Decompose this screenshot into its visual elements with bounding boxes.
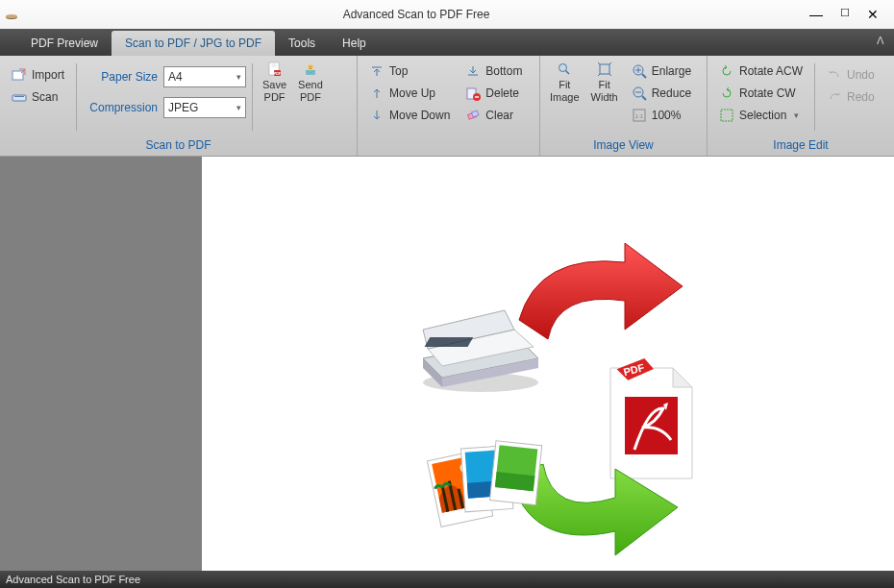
compression-value: JPEG <box>168 101 198 114</box>
move-up-icon <box>369 86 385 101</box>
rotate-cw-icon <box>719 86 734 101</box>
delete-label: Delete <box>485 86 519 100</box>
svg-rect-4 <box>14 96 24 97</box>
import-button[interactable]: Import <box>6 65 70 85</box>
paper-size-label: Paper Size <box>83 70 158 84</box>
enlarge-button[interactable]: Enlarge <box>626 61 697 81</box>
compression-select[interactable]: JPEG ▾ <box>163 97 246 118</box>
rotate-cw-button[interactable]: Rotate CW <box>713 84 808 103</box>
scan-label: Scan <box>32 90 58 104</box>
send-pdf-icon <box>303 61 318 77</box>
window-title: Advanced Scan to PDF Free <box>23 8 809 21</box>
svg-point-8 <box>308 64 313 70</box>
svg-text:1:1: 1:1 <box>635 113 644 119</box>
clear-icon <box>465 108 481 123</box>
send-pdf-button[interactable]: Send PDF <box>294 60 327 106</box>
undo-icon <box>827 67 842 83</box>
rotate-cw-label: Rotate CW <box>739 86 796 100</box>
move-up-button[interactable]: Move Up <box>363 84 456 103</box>
paper-size-select[interactable]: A4 ▾ <box>163 66 246 87</box>
delete-button[interactable]: Delete <box>459 84 528 103</box>
group-scan-label: Scan to PDF <box>6 138 351 154</box>
dropdown-icon: ▾ <box>236 103 241 112</box>
save-pdf-icon: PDF <box>267 61 283 77</box>
import-label: Import <box>32 68 64 82</box>
reduce-button[interactable]: Reduce <box>626 84 697 103</box>
save-pdf-label: Save PDF <box>262 79 286 104</box>
svg-point-10 <box>310 66 311 67</box>
bottom-label: Bottom <box>485 64 522 78</box>
zoom-100-button[interactable]: 1:1100% <box>626 106 697 125</box>
workspace: PDF <box>0 157 894 571</box>
dropdown-icon: ▾ <box>236 72 241 82</box>
move-down-icon <box>369 108 385 123</box>
bottom-icon <box>465 63 481 79</box>
scan-button[interactable]: Scan <box>6 87 70 107</box>
fit-width-label: Fit Width <box>591 79 618 104</box>
import-icon <box>12 67 27 83</box>
tab-pdf-preview[interactable]: PDF Preview <box>17 31 112 56</box>
delete-icon <box>465 86 481 101</box>
svg-rect-18 <box>600 64 609 74</box>
top-icon <box>369 63 385 79</box>
top-label: Top <box>389 64 408 78</box>
rotate-acw-label: Rotate ACW <box>739 64 803 78</box>
fit-image-label: Fit Image <box>550 79 580 104</box>
reduce-icon <box>632 86 647 101</box>
bottom-button[interactable]: Bottom <box>459 61 528 81</box>
ribbon-tabs: PDF Preview Scan to PDF / JPG to PDF Too… <box>0 29 894 56</box>
scanner-illustration <box>413 291 548 397</box>
selection-icon <box>719 108 734 123</box>
zoom-100-label: 100% <box>652 109 682 122</box>
group-listops-label <box>363 138 534 154</box>
paper-size-value: A4 <box>168 70 183 84</box>
svg-point-9 <box>309 66 310 67</box>
svg-point-1 <box>6 14 17 18</box>
zoom-100-icon: 1:1 <box>632 108 647 123</box>
minimize-button[interactable]: — <box>809 7 823 22</box>
app-icon <box>0 8 23 21</box>
selection-label: Selection <box>739 109 786 122</box>
redo-button[interactable]: Redo <box>821 87 881 107</box>
tab-help[interactable]: Help <box>329 31 380 56</box>
undo-label: Undo <box>847 68 875 82</box>
move-down-label: Move Down <box>389 109 450 122</box>
title-bar: Advanced Scan to PDF Free — ☐ ✕ <box>0 0 894 29</box>
move-down-button[interactable]: Move Down <box>363 106 456 125</box>
rotate-acw-icon <box>719 63 734 79</box>
scanner-icon <box>12 89 27 105</box>
compression-label: Compression <box>83 101 158 114</box>
svg-rect-25 <box>425 337 474 347</box>
svg-rect-27 <box>625 397 678 454</box>
redo-icon <box>827 89 842 105</box>
svg-text:PDF: PDF <box>274 72 282 76</box>
ribbon-collapse-icon[interactable]: ᐱ <box>877 35 884 47</box>
fit-image-button[interactable]: Fit Image <box>546 60 584 106</box>
clear-button[interactable]: Clear <box>459 106 528 125</box>
canvas: PDF <box>202 157 894 571</box>
enlarge-label: Enlarge <box>652 64 691 78</box>
close-button[interactable]: ✕ <box>867 7 879 22</box>
tab-scan-to-pdf[interactable]: Scan to PDF / JPG to PDF <box>112 31 275 56</box>
undo-button[interactable]: Undo <box>821 65 881 85</box>
selection-button[interactable]: Selection▾ <box>713 106 808 125</box>
fit-width-icon <box>597 61 612 77</box>
move-up-label: Move Up <box>389 86 435 100</box>
fit-width-button[interactable]: Fit Width <box>587 60 622 106</box>
welcome-graphic: PDF <box>413 243 702 512</box>
save-pdf-button[interactable]: PDF Save PDF <box>259 60 290 106</box>
svg-rect-3 <box>12 95 26 101</box>
maximize-button[interactable]: ☐ <box>840 7 850 22</box>
send-pdf-label: Send PDF <box>298 79 323 104</box>
svg-rect-17 <box>561 66 565 70</box>
svg-rect-15 <box>472 110 479 117</box>
ribbon: Import Scan Paper Size A4 ▾ Compressio <box>0 56 894 157</box>
rotate-acw-button[interactable]: Rotate ACW <box>713 61 808 81</box>
tab-tools[interactable]: Tools <box>275 31 329 56</box>
group-image-view-label: Image View <box>546 138 701 154</box>
top-button[interactable]: Top <box>363 61 456 81</box>
enlarge-icon <box>632 63 647 79</box>
clear-label: Clear <box>485 109 513 122</box>
status-bar: Advanced Scan to PDF Free <box>0 571 894 588</box>
svg-rect-23 <box>721 110 733 121</box>
